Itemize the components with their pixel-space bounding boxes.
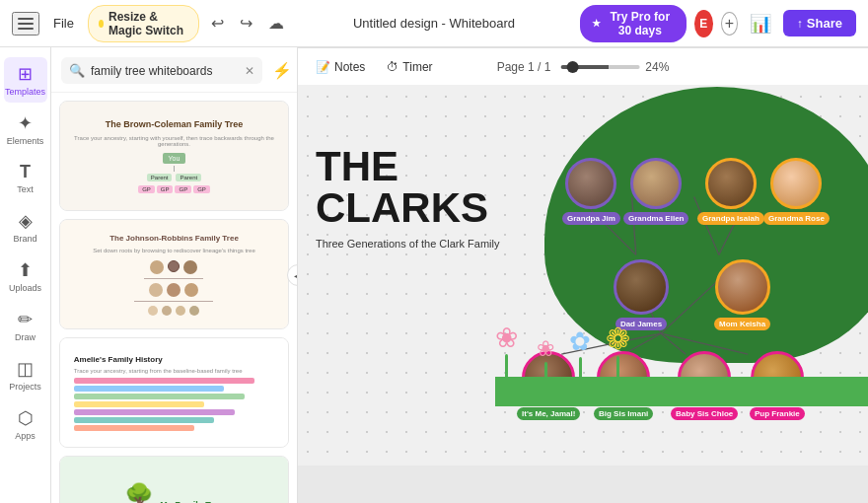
draw-icon: ✏ (18, 309, 33, 330)
design-canvas: THE CLARKS Three Generations of the Clar… (298, 67, 868, 466)
analytics-button[interactable]: 📊 (746, 11, 775, 36)
apps-icon: ⬡ (18, 407, 34, 429)
person-label-frankie: Pup Frankie (750, 407, 805, 420)
design-title-line1: THE CLARKS (316, 146, 499, 229)
t1-root-box: You (163, 153, 186, 164)
filter-button[interactable]: ⚡ (268, 57, 296, 84)
person-label-mom-keisha: Mom Keisha (714, 318, 770, 330)
undo-button[interactable]: ↩ (207, 10, 228, 36)
elements-icon: ✦ (18, 112, 33, 134)
person-grandpa-isaiah: Grandpa Isaiah (697, 158, 764, 225)
projects-icon: ◫ (17, 358, 34, 380)
zoom-slider[interactable] (560, 65, 639, 69)
sidebar-item-text-label: Text (17, 184, 34, 194)
add-collaborator-button[interactable]: + (721, 12, 738, 36)
zoom-slider-wrap: 24% (560, 60, 669, 74)
title-section: THE CLARKS Three Generations of the Clar… (316, 146, 499, 252)
main-area: ⊞ Templates ✦ Elements T Text ◈ Brand ⬆ … (0, 47, 868, 503)
person-label-grandpa-isaiah: Grandpa Isaiah (697, 212, 764, 225)
template-2-title: The Johnson-Robbins Family Tree (109, 234, 239, 243)
tree-blob (544, 87, 868, 363)
sidebar-item-templates-label: Templates (5, 87, 45, 97)
icon-sidebar: ⊞ Templates ✦ Elements T Text ◈ Brand ⬆ … (0, 47, 51, 503)
flower-yellow: ❁ (606, 322, 630, 382)
sidebar-item-projects-label: Projects (9, 382, 41, 392)
sidebar-item-elements-label: Elements (7, 136, 44, 146)
canvas-area[interactable]: Position THE CLARKS Three Generations of… (298, 47, 868, 503)
sidebar-item-brand[interactable]: ◈ Brand (4, 204, 47, 250)
pro-button[interactable]: ★ Try Pro for 30 days (580, 5, 687, 42)
person-grandma-ellen: Grandma Ellen (623, 158, 688, 225)
brand-pill[interactable]: Resize & Magic Switch (88, 5, 199, 42)
clear-search-button[interactable]: ✕ (245, 64, 254, 78)
sidebar-item-projects[interactable]: ◫ Projects (4, 352, 47, 397)
sidebar-item-uploads[interactable]: ⬆ Uploads (4, 253, 47, 299)
canvas-background: Position THE CLARKS Three Generations of… (298, 47, 868, 466)
sidebar-item-draw[interactable]: ✏ Draw (4, 303, 47, 348)
person-label-jamal: It's Me, Jamal! (517, 407, 580, 420)
avatar[interactable]: E (694, 10, 713, 37)
sidebar-item-apps-label: Apps (15, 431, 36, 441)
person-grandma-rose: Grandma Rose (763, 158, 830, 225)
topbar: File Resize & Magic Switch ↩ ↪ ☁ Untitle… (0, 0, 868, 47)
redo-button[interactable]: ↪ (236, 10, 256, 36)
person-mom-keisha: Mom Keisha (714, 259, 770, 330)
tree-container: Grandpa Jim Grandma Ellen Grandpa Isaiah (495, 87, 868, 406)
sidebar-item-draw-label: Draw (15, 332, 36, 342)
search-input-wrap: 🔍 ✕ (61, 57, 262, 84)
templates-scroll: The Brown-Coleman Family Tree Trace your… (51, 93, 297, 503)
text-icon: T (20, 162, 31, 182)
notes-label: Notes (334, 60, 365, 74)
hamburger-menu[interactable] (12, 12, 39, 36)
share-button[interactable]: ↑ Share (783, 10, 856, 36)
share-icon: ↑ (797, 17, 803, 31)
template-1-title: The Brown-Coleman Family Tree (106, 119, 244, 129)
template-card-1[interactable]: The Brown-Coleman Family Tree Trace your… (59, 101, 289, 211)
template-card-2[interactable]: The Johnson-Robbins Family Tree Set down… (59, 219, 289, 329)
grass-strip (495, 377, 868, 406)
page-info: Page 1 / 1 (497, 60, 551, 74)
templates-panel: 🔍 ✕ ⚡ The Brown-Coleman Family Tree Trac… (51, 47, 298, 503)
search-icon: 🔍 (69, 63, 85, 78)
flower-pink-2: ❀ (537, 336, 554, 382)
flower-pink-icon: ❀ (495, 322, 518, 354)
cloud-save-button[interactable]: ☁ (264, 10, 288, 36)
sidebar-item-brand-label: Brand (13, 234, 36, 244)
search-bar: 🔍 ✕ ⚡ (51, 47, 297, 93)
notes-icon: 📝 (316, 60, 330, 74)
brand-dot-icon (99, 20, 104, 28)
cloud-icon: ☁ (268, 14, 284, 33)
person-label-grandpa-jim: Grandpa Jim (562, 212, 620, 225)
file-menu[interactable]: File (47, 12, 80, 35)
flower-blue: ✿ (569, 326, 591, 382)
template-card-4[interactable]: 🌳 My Family Tree (59, 456, 289, 503)
redo-icon: ↪ (240, 14, 253, 33)
design-title[interactable]: Untitled design - Whiteboard (353, 16, 515, 31)
notes-button[interactable]: 📝 Notes (310, 57, 371, 77)
search-input[interactable] (91, 64, 239, 78)
brand-icon: ◈ (19, 210, 33, 232)
flower-yellow-icon: ❁ (606, 322, 630, 356)
templates-icon: ⊞ (18, 63, 33, 85)
person-grandpa-jim: Grandpa Jim (562, 158, 620, 225)
flower-blue-icon: ✿ (569, 326, 591, 357)
timer-button[interactable]: ⏱ Timer (381, 57, 438, 77)
brand-label: Resize & Magic Switch (108, 10, 188, 37)
sidebar-item-templates[interactable]: ⊞ Templates (4, 57, 47, 103)
star-icon: ★ (592, 18, 601, 29)
sidebar-item-apps[interactable]: ⬡ Apps (4, 401, 47, 447)
person-label-grandma-rose: Grandma Rose (763, 212, 830, 225)
person-label-chloe: Baby Sis Chloe (671, 407, 738, 420)
flower-pink-2-icon: ❀ (537, 336, 554, 362)
undo-icon: ↩ (211, 14, 224, 33)
timer-icon: ⏱ (387, 60, 398, 74)
bottom-bar: 📝 Notes ⏱ Timer Page 1 / 1 24% (298, 47, 868, 85)
zoom-percentage: 24% (645, 60, 669, 74)
pro-label: Try Pro for 30 days (606, 10, 675, 37)
uploads-icon: ⬆ (18, 259, 33, 281)
person-label-grandma-ellen: Grandma Ellen (623, 212, 688, 225)
sidebar-item-text[interactable]: T Text (4, 156, 47, 200)
template-card-3[interactable]: Amelie's Family History Trace your ances… (59, 337, 289, 448)
sidebar-item-elements[interactable]: ✦ Elements (4, 107, 47, 152)
sidebar-item-uploads-label: Uploads (9, 283, 41, 293)
